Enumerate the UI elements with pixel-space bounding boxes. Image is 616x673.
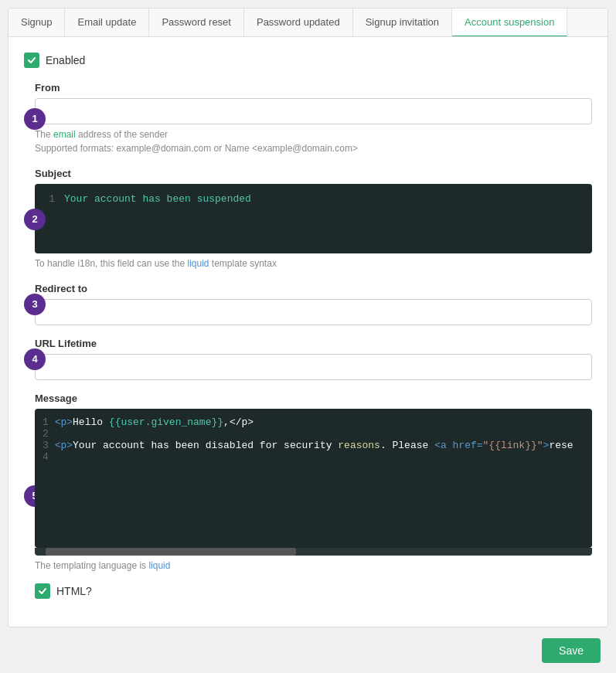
step-badge-3: 3 — [24, 294, 46, 315]
msg-line-2: 2 — [43, 428, 584, 440]
html-label: HTML? — [56, 585, 92, 597]
tab-content: Enabled 1 From The email address of the … — [9, 37, 607, 627]
msg-line-num-4: 4 — [43, 451, 49, 463]
subject-code-editor[interactable]: 1 Your account has been suspended — [35, 184, 592, 253]
from-help: The email address of the sender Supporte… — [35, 127, 592, 155]
subject-code-line1: Your account has been suspended — [64, 192, 251, 208]
step-badge-2: 2 — [24, 209, 46, 230]
msg-line-4: 4 — [43, 451, 584, 463]
redirect-field-group: Redirect to — [35, 283, 592, 325]
from-label: From — [35, 82, 592, 93]
message-field-wrapper: 5 Message 1 <p>Hello {{user.given_name}}… — [35, 393, 592, 599]
from-field-group: From The email address of the sender Sup… — [35, 82, 592, 155]
subject-label: Subject — [35, 168, 592, 179]
scrollbar-thumb[interactable] — [46, 548, 296, 556]
msg-line-3: 3 <p>Your account has been disabled for … — [43, 440, 584, 451]
tab-password-reset[interactable]: Password reset — [149, 8, 244, 36]
html-check-row: HTML? — [35, 583, 592, 599]
msg-line-1: 1 <p>Hello {{user.given_name}},</p> — [43, 416, 584, 428]
message-help-prefix: The templating language is — [35, 560, 148, 571]
subject-help-link[interactable]: liquid — [187, 258, 209, 269]
msg-line-num-3: 3 — [43, 440, 49, 451]
message-field-group: Message 1 <p>Hello {{user.given_name}},<… — [35, 393, 592, 599]
line-number-1: 1 — [43, 192, 55, 208]
html-checkbox[interactable] — [35, 583, 50, 599]
enabled-label: Enabled — [46, 54, 85, 66]
redirect-field-wrapper: 3 Redirect to — [35, 283, 592, 325]
message-help: The templating language is liquid — [35, 559, 592, 573]
subject-help-prefix: To handle i18n, this field can use the — [35, 258, 187, 269]
subject-field-group: Subject 1 Your account has been suspende… — [35, 168, 592, 270]
tab-signup-invitation[interactable]: Signup invitation — [353, 8, 452, 36]
msg-line-num-2: 2 — [43, 428, 49, 440]
message-code-editor[interactable]: 1 <p>Hello {{user.given_name}},</p> 2 3 … — [35, 409, 592, 548]
enabled-checkbox[interactable] — [24, 53, 39, 68]
bottom-bar: Save — [8, 627, 608, 673]
save-button[interactable]: Save — [542, 638, 601, 663]
tab-email-update[interactable]: Email update — [65, 8, 149, 36]
enabled-row: Enabled — [24, 53, 592, 68]
scrollbar-track[interactable] — [35, 548, 592, 556]
step-badge-1: 1 — [24, 108, 46, 130]
url-lifetime-field-wrapper: 4 URL Lifetime — [35, 338, 592, 380]
subject-field-wrapper: 2 Subject 1 Your account has been suspen… — [35, 168, 592, 270]
tab-signup[interactable]: Signup — [9, 8, 65, 36]
redirect-label: Redirect to — [35, 283, 592, 294]
from-field-wrapper: 1 From The email address of the sender S… — [35, 82, 592, 155]
url-lifetime-input[interactable] — [35, 354, 592, 380]
redirect-input[interactable] — [35, 299, 592, 325]
from-help-highlight: email — [53, 129, 76, 140]
tab-account-suspension[interactable]: Account suspension — [452, 8, 567, 37]
msg-line-num-1: 1 — [43, 416, 49, 428]
subject-help-suffix: template syntax — [209, 258, 277, 269]
message-help-link[interactable]: liquid — [148, 560, 170, 571]
from-help-prefix: The — [35, 129, 53, 140]
from-input[interactable] — [35, 98, 592, 124]
step-badge-4: 4 — [24, 348, 46, 370]
url-lifetime-label: URL Lifetime — [35, 338, 592, 349]
from-help2: Supported formats: example@domain.com or… — [35, 143, 358, 154]
url-lifetime-field-group: URL Lifetime — [35, 338, 592, 380]
subject-help: To handle i18n, this field can use the l… — [35, 257, 592, 270]
from-help-suffix: address of the sender — [76, 129, 168, 140]
tab-password-updated[interactable]: Password updated — [244, 8, 353, 36]
tabs-nav: SignupEmail updatePassword resetPassword… — [9, 8, 607, 37]
message-label: Message — [35, 393, 592, 404]
